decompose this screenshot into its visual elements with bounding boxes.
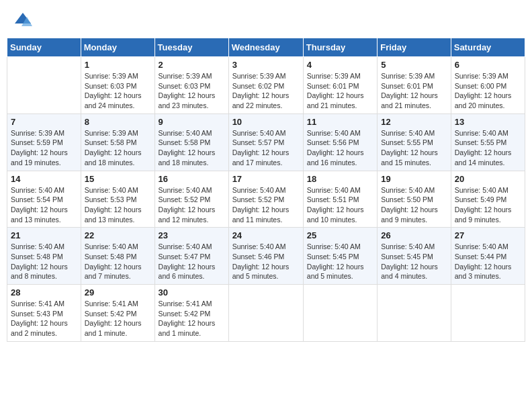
calendar-cell: 25Sunrise: 5:40 AM Sunset: 5:45 PM Dayli… (303, 228, 377, 285)
weekday-header: Thursday (303, 38, 377, 57)
calendar-table: SundayMondayTuesdayWednesdayThursdayFrid… (7, 38, 525, 342)
day-info: Sunrise: 5:39 AM Sunset: 5:58 PM Dayligh… (85, 128, 151, 168)
day-info: Sunrise: 5:40 AM Sunset: 5:54 PM Dayligh… (11, 185, 77, 225)
day-info: Sunrise: 5:40 AM Sunset: 5:45 PM Dayligh… (381, 242, 447, 281)
calendar-cell: 4Sunrise: 5:39 AM Sunset: 6:01 PM Daylig… (303, 57, 377, 114)
day-number: 22 (85, 230, 151, 240)
weekday-header: Monday (81, 38, 154, 57)
day-info: Sunrise: 5:40 AM Sunset: 5:52 PM Dayligh… (159, 185, 225, 225)
day-number: 11 (307, 117, 373, 127)
day-number: 29 (85, 287, 151, 298)
calendar-week-row: 7Sunrise: 5:39 AM Sunset: 5:59 PM Daylig… (7, 113, 525, 171)
day-info: Sunrise: 5:40 AM Sunset: 5:44 PM Dayligh… (455, 242, 521, 281)
day-number: 1 (85, 60, 151, 70)
day-info: Sunrise: 5:41 AM Sunset: 5:43 PM Dayligh… (11, 299, 77, 338)
logo-icon (13, 10, 32, 29)
day-number: 8 (85, 117, 151, 127)
day-info: Sunrise: 5:39 AM Sunset: 6:03 PM Dayligh… (159, 71, 225, 111)
day-info: Sunrise: 5:40 AM Sunset: 5:52 PM Dayligh… (232, 185, 300, 225)
calendar-cell: 10Sunrise: 5:40 AM Sunset: 5:57 PM Dayli… (228, 113, 303, 171)
calendar-cell: 14Sunrise: 5:40 AM Sunset: 5:54 PM Dayli… (7, 171, 81, 228)
day-number: 20 (455, 174, 521, 184)
day-number: 10 (232, 117, 300, 127)
weekday-header: Sunday (7, 38, 81, 57)
calendar-cell: 15Sunrise: 5:40 AM Sunset: 5:53 PM Dayli… (81, 171, 154, 228)
day-number: 13 (455, 117, 521, 127)
day-number: 3 (232, 60, 300, 70)
day-number: 18 (307, 174, 373, 184)
calendar-cell: 17Sunrise: 5:40 AM Sunset: 5:52 PM Dayli… (228, 171, 303, 228)
day-info: Sunrise: 5:40 AM Sunset: 5:48 PM Dayligh… (85, 242, 151, 281)
day-info: Sunrise: 5:40 AM Sunset: 5:48 PM Dayligh… (11, 242, 77, 281)
calendar-cell: 6Sunrise: 5:39 AM Sunset: 6:00 PM Daylig… (451, 57, 525, 114)
day-info: Sunrise: 5:40 AM Sunset: 5:45 PM Dayligh… (307, 242, 373, 281)
calendar-cell: 19Sunrise: 5:40 AM Sunset: 5:50 PM Dayli… (378, 171, 451, 228)
day-number: 23 (159, 230, 225, 240)
calendar-cell (228, 285, 303, 342)
day-number: 14 (11, 174, 77, 184)
day-info: Sunrise: 5:41 AM Sunset: 5:42 PM Dayligh… (159, 299, 225, 338)
calendar-cell: 7Sunrise: 5:39 AM Sunset: 5:59 PM Daylig… (7, 113, 81, 171)
weekday-header: Saturday (451, 38, 525, 57)
day-number: 30 (159, 287, 225, 298)
calendar-week-row: 14Sunrise: 5:40 AM Sunset: 5:54 PM Dayli… (7, 171, 525, 228)
weekday-header: Tuesday (154, 38, 228, 57)
day-info: Sunrise: 5:39 AM Sunset: 6:00 PM Dayligh… (455, 71, 521, 111)
calendar-cell: 28Sunrise: 5:41 AM Sunset: 5:43 PM Dayli… (7, 285, 81, 342)
calendar-cell (378, 285, 451, 342)
calendar-cell: 16Sunrise: 5:40 AM Sunset: 5:52 PM Dayli… (154, 171, 228, 228)
day-number: 17 (232, 174, 300, 184)
calendar-cell: 21Sunrise: 5:40 AM Sunset: 5:48 PM Dayli… (7, 228, 81, 285)
calendar-cell: 13Sunrise: 5:40 AM Sunset: 5:55 PM Dayli… (451, 113, 525, 171)
day-number: 5 (381, 60, 447, 70)
day-info: Sunrise: 5:40 AM Sunset: 5:53 PM Dayligh… (85, 185, 151, 225)
day-info: Sunrise: 5:39 AM Sunset: 6:01 PM Dayligh… (307, 71, 373, 111)
calendar-week-row: 1Sunrise: 5:39 AM Sunset: 6:03 PM Daylig… (7, 57, 525, 114)
day-info: Sunrise: 5:40 AM Sunset: 5:55 PM Dayligh… (455, 128, 521, 168)
calendar-cell (303, 285, 377, 342)
page-header (7, 7, 525, 32)
calendar-cell: 26Sunrise: 5:40 AM Sunset: 5:45 PM Dayli… (378, 228, 451, 285)
day-number: 16 (159, 174, 225, 184)
day-info: Sunrise: 5:40 AM Sunset: 5:55 PM Dayligh… (381, 128, 447, 168)
calendar-week-row: 21Sunrise: 5:40 AM Sunset: 5:48 PM Dayli… (7, 228, 525, 285)
day-number: 7 (11, 117, 77, 127)
calendar-cell (451, 285, 525, 342)
day-info: Sunrise: 5:40 AM Sunset: 5:57 PM Dayligh… (232, 128, 300, 168)
calendar-week-row: 28Sunrise: 5:41 AM Sunset: 5:43 PM Dayli… (7, 285, 525, 342)
day-number: 15 (85, 174, 151, 184)
day-info: Sunrise: 5:40 AM Sunset: 5:50 PM Dayligh… (381, 185, 447, 225)
calendar-cell: 30Sunrise: 5:41 AM Sunset: 5:42 PM Dayli… (154, 285, 228, 342)
calendar-cell: 1Sunrise: 5:39 AM Sunset: 6:03 PM Daylig… (81, 57, 154, 114)
day-number: 9 (159, 117, 225, 127)
calendar-header-row: SundayMondayTuesdayWednesdayThursdayFrid… (7, 38, 525, 57)
calendar-cell: 29Sunrise: 5:41 AM Sunset: 5:42 PM Dayli… (81, 285, 154, 342)
day-number: 2 (159, 60, 225, 70)
calendar-cell: 2Sunrise: 5:39 AM Sunset: 6:03 PM Daylig… (154, 57, 228, 114)
calendar-cell: 3Sunrise: 5:39 AM Sunset: 6:02 PM Daylig… (228, 57, 303, 114)
calendar-cell: 27Sunrise: 5:40 AM Sunset: 5:44 PM Dayli… (451, 228, 525, 285)
calendar-cell: 18Sunrise: 5:40 AM Sunset: 5:51 PM Dayli… (303, 171, 377, 228)
calendar-cell: 24Sunrise: 5:40 AM Sunset: 5:46 PM Dayli… (228, 228, 303, 285)
day-info: Sunrise: 5:39 AM Sunset: 6:02 PM Dayligh… (232, 71, 300, 111)
day-info: Sunrise: 5:40 AM Sunset: 5:51 PM Dayligh… (307, 185, 373, 225)
day-info: Sunrise: 5:40 AM Sunset: 5:49 PM Dayligh… (455, 185, 521, 225)
calendar-cell: 22Sunrise: 5:40 AM Sunset: 5:48 PM Dayli… (81, 228, 154, 285)
calendar-cell (7, 57, 81, 114)
day-number: 26 (381, 230, 447, 240)
day-info: Sunrise: 5:40 AM Sunset: 5:58 PM Dayligh… (159, 128, 225, 168)
calendar-cell: 8Sunrise: 5:39 AM Sunset: 5:58 PM Daylig… (81, 113, 154, 171)
day-number: 28 (11, 287, 77, 298)
day-number: 21 (11, 230, 77, 240)
day-info: Sunrise: 5:39 AM Sunset: 6:03 PM Dayligh… (85, 71, 151, 111)
day-number: 27 (455, 230, 521, 240)
calendar-cell: 5Sunrise: 5:39 AM Sunset: 6:01 PM Daylig… (378, 57, 451, 114)
day-info: Sunrise: 5:40 AM Sunset: 5:56 PM Dayligh… (307, 128, 373, 168)
day-number: 24 (232, 230, 300, 240)
day-info: Sunrise: 5:40 AM Sunset: 5:47 PM Dayligh… (159, 242, 225, 281)
calendar-cell: 23Sunrise: 5:40 AM Sunset: 5:47 PM Dayli… (154, 228, 228, 285)
calendar-cell: 9Sunrise: 5:40 AM Sunset: 5:58 PM Daylig… (154, 113, 228, 171)
day-info: Sunrise: 5:41 AM Sunset: 5:42 PM Dayligh… (85, 299, 151, 338)
day-number: 4 (307, 60, 373, 70)
day-info: Sunrise: 5:39 AM Sunset: 5:59 PM Dayligh… (11, 128, 77, 168)
